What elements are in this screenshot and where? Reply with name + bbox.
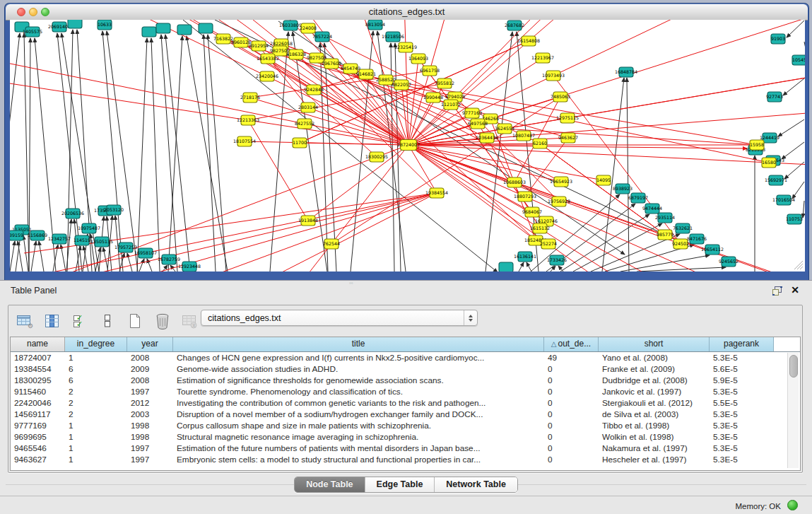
column-header-name[interactable]: name	[11, 337, 65, 351]
graph-node-hub[interactable]: 18724007	[397, 140, 420, 151]
graph-node-yellow[interactable]: 9684067	[522, 207, 542, 217]
graph-node-yellow[interactable]: 12213967	[531, 53, 554, 63]
table-vertical-scrollbar[interactable]	[787, 353, 799, 468]
graph-node-teal[interactable]: 16136141	[514, 252, 536, 262]
tab-edge-table[interactable]: Edge Table	[365, 477, 435, 492]
delete-table-icon[interactable]	[152, 311, 173, 331]
table-row[interactable]: 1872400712008Changes of HCN gene express…	[11, 352, 800, 363]
graph-node-yellow[interactable]: 1913844	[298, 216, 318, 226]
scrollbar-thumb[interactable]	[789, 355, 798, 378]
column-header-title[interactable]: title	[173, 337, 544, 351]
graph-node-teal[interactable]	[499, 262, 513, 271]
graph-node-teal[interactable]: 1405575	[23, 27, 42, 37]
close-panel-icon[interactable]: ✕	[791, 284, 799, 296]
graph-node-yellow[interactable]: 18300295	[365, 152, 388, 162]
column-header-in_degree[interactable]: in_degree	[65, 337, 127, 351]
graph-node-teal[interactable]: 1733426	[547, 255, 567, 265]
graph-node-yellow[interactable]: 8427552	[295, 119, 314, 129]
table-row[interactable]: 977716911998Corpus callosum shape and si…	[11, 420, 800, 431]
graph-node-teal[interactable]: 8938923	[613, 184, 632, 194]
column-header-pagerank[interactable]: pagerank	[710, 337, 774, 351]
graph-node-yellow[interactable]: 8912954	[249, 41, 269, 51]
graph-node-teal[interactable]: 110753	[786, 214, 803, 224]
splitter-grip[interactable]: ◦◦	[349, 282, 358, 286]
row-check-icon[interactable]: ✓ ✓	[69, 311, 90, 331]
graph-node-yellow[interactable]: 3624554	[495, 124, 514, 134]
graph-node-yellow[interactable]: 62160	[533, 139, 547, 148]
column-header-year[interactable]: year	[127, 337, 173, 351]
float-panel-icon[interactable]	[772, 286, 782, 296]
graph-node-yellow[interactable]: 9146821	[356, 69, 376, 79]
network-graph-canvas[interactable]: 1405575206914061063316033809785722488130…	[10, 20, 805, 271]
table-settings-icon[interactable]: ⚙	[14, 311, 35, 331]
tab-network-table[interactable]: Network Table	[435, 477, 517, 492]
table-row[interactable]: 969969511998Structural magnetic resonanc…	[11, 431, 800, 443]
memory-status-indicator-icon[interactable]	[787, 500, 798, 510]
graph-node-yellow[interactable]: 16580	[762, 158, 776, 168]
table-selector-dropdown[interactable]: citations_edges.txt	[201, 310, 478, 326]
graph-node-teal[interactable]: 39159	[10, 230, 23, 240]
graph-node-yellow[interactable]: 2718176	[240, 93, 260, 103]
table-row[interactable]: 1830029562008Estimation of significance …	[11, 375, 800, 386]
graph-node-teal[interactable]: 19218506	[382, 32, 404, 42]
graph-node-yellow[interactable]: 8960128	[231, 37, 251, 47]
graph-node-teal[interactable]: 12342757	[48, 234, 71, 244]
select-columns-icon[interactable]	[42, 311, 63, 331]
graph-node-yellow[interactable]: 7485063	[551, 92, 570, 102]
graph-node-yellow[interactable]: 19384554	[425, 188, 448, 198]
graph-node-yellow[interactable]: 985779	[657, 230, 673, 240]
graph-node-yellow[interactable]: 9242848	[304, 85, 324, 95]
graph-node-teal[interactable]: 12923448	[178, 262, 201, 271]
column-header-out_de[interactable]: △out_de...	[544, 337, 599, 351]
graph-node-yellow[interactable]: 762544	[323, 239, 340, 249]
graph-node-teal[interactable]: 20691406	[48, 22, 71, 32]
graph-node-teal[interactable]	[142, 27, 156, 37]
graph-node-teal[interactable]: 10633	[98, 20, 112, 30]
graph-node-yellow[interactable]: 7163822	[213, 34, 233, 44]
graph-node-teal[interactable]: 10654112	[701, 245, 724, 255]
window-titlebar[interactable]: citations_edges.txt	[6, 4, 808, 21]
graph-node-yellow[interactable]: 1364093	[408, 54, 428, 64]
graph-node-teal[interactable]: 91903	[771, 34, 785, 44]
graph-node-teal[interactable]: 17016504	[772, 195, 795, 205]
graph-node-yellow[interactable]: 6497568	[468, 119, 488, 129]
table-row[interactable]: 946362711997Embryonic stem cells: a mode…	[11, 454, 800, 465]
window-resize-grip[interactable]	[792, 259, 804, 270]
graph-node-teal[interactable]: 8813054	[365, 20, 385, 30]
table-row[interactable]: 911546021997Tourette syndrome. Phenomeno…	[11, 386, 800, 397]
column-header-short[interactable]: short	[599, 337, 710, 351]
table-row[interactable]: 2242004622012Investigating the contribut…	[11, 397, 800, 409]
table-row[interactable]: 1938455462009Genome-wide association stu…	[11, 363, 800, 375]
graph-node-yellow[interactable]: 2803144	[298, 103, 318, 112]
graph-node-teal[interactable]: 7857224	[312, 32, 332, 42]
graph-node-yellow[interactable]: 6961758	[420, 66, 440, 76]
graph-node-yellow[interactable]: 12325419	[394, 42, 417, 52]
graph-node-teal[interactable]: 2053120	[104, 205, 124, 215]
graph-node-yellow[interactable]: 18107554	[233, 136, 256, 146]
graph-node-yellow[interactable]: 8186328	[286, 49, 306, 59]
new-table-icon[interactable]	[124, 311, 146, 331]
graph-node-teal[interactable]: 2935114	[655, 213, 675, 223]
graph-node-yellow[interactable]: 7955812	[435, 78, 454, 88]
graph-node-teal[interactable]: 16848784	[615, 67, 637, 77]
graph-node-teal[interactable]: 6879197	[628, 193, 648, 203]
table-row[interactable]: 1456911722003Disruption of a novel membe…	[11, 409, 800, 420]
graph-node-teal[interactable]: 9474444	[642, 204, 662, 214]
merge-rows-icon[interactable]	[97, 311, 118, 331]
graph-node-yellow[interactable]: 9463627	[558, 133, 578, 143]
graph-node-yellow[interactable]: 11700	[293, 138, 307, 148]
table-row[interactable]: 946554611997Estimation of the future num…	[11, 443, 800, 454]
graph-node-teal[interactable]	[177, 25, 192, 35]
graph-node-teal[interactable]: 8471676	[687, 234, 707, 244]
tab-node-table[interactable]: Node Table	[295, 477, 365, 492]
graph-node-teal[interactable]: 7632621	[673, 223, 693, 233]
graph-node-teal[interactable]: 9245652	[719, 257, 739, 267]
graph-node-teal[interactable]: 20206536	[61, 209, 84, 218]
graph-node-yellow[interactable]: 924502	[672, 239, 689, 249]
graph-node-yellow[interactable]: 2967608	[322, 59, 341, 69]
graph-node-teal[interactable]: 10975487	[78, 223, 100, 233]
graph-node-yellow[interactable]: 224008	[300, 23, 317, 33]
graph-node-yellow[interactable]: 6822057	[392, 80, 411, 90]
graph-node-teal[interactable]: 927743	[766, 92, 783, 102]
graph-node-yellow[interactable]: 19654923	[550, 177, 572, 187]
